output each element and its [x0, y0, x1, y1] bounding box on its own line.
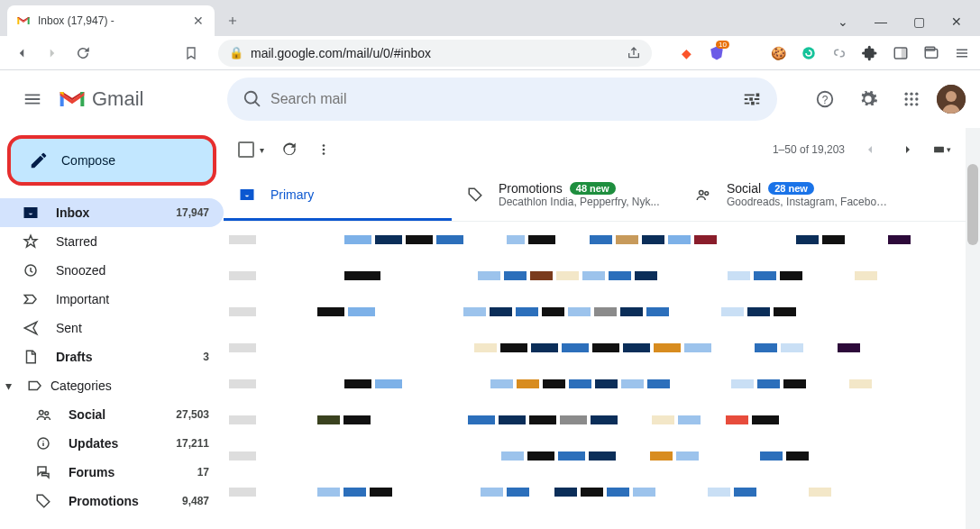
label-icon — [27, 378, 43, 394]
chevron-down-icon[interactable]: ⌄ — [832, 14, 854, 29]
url-text: mail.google.com/mail/u/0/#inbox — [251, 46, 619, 60]
gmail-header: Gmail ? — [0, 70, 980, 128]
tag-icon — [466, 186, 484, 204]
select-dropdown-icon[interactable]: ▾ — [260, 145, 264, 155]
inbox-icon — [238, 186, 256, 204]
pagination-range: 1–50 of 19,203 — [773, 143, 845, 156]
svg-point-22 — [323, 144, 325, 147]
scrollbar-thumb[interactable] — [967, 164, 978, 245]
browser-tab-title: Inbox (17,947) - — [38, 14, 184, 27]
mail-toolbar: ▾ 1–50 of 19,203 ▾ — [224, 128, 966, 171]
svg-point-17 — [946, 91, 957, 102]
sidebar: Compose Inbox 17,947 Starred Snoozed Imp… — [0, 128, 224, 529]
close-tab-icon[interactable]: ✕ — [191, 14, 206, 28]
search-input[interactable] — [270, 91, 734, 107]
browser-menu-icon[interactable] — [953, 44, 971, 62]
sidebar-item-forums[interactable]: Forums 17 — [0, 458, 224, 487]
prev-page-button[interactable] — [857, 137, 883, 162]
compose-button[interactable]: Compose — [7, 135, 216, 186]
brave-icon[interactable]: ◆ — [677, 44, 695, 62]
vertical-scrollbar[interactable] — [966, 128, 980, 529]
tag-icon — [34, 492, 52, 510]
lock-icon: 🔒 — [229, 46, 243, 59]
mail-list[interactable] — [224, 222, 966, 529]
close-window-icon[interactable]: ✕ — [946, 14, 967, 29]
search-icon[interactable] — [234, 81, 270, 117]
svg-point-19 — [40, 411, 44, 415]
input-tools-button[interactable]: ▾ — [933, 141, 951, 159]
next-page-button[interactable] — [895, 137, 920, 162]
apps-button[interactable] — [893, 81, 930, 117]
wallet-icon[interactable] — [922, 44, 940, 62]
mail-row[interactable] — [224, 402, 966, 438]
support-button[interactable]: ? — [807, 81, 843, 117]
account-avatar[interactable] — [937, 85, 966, 114]
svg-rect-25 — [934, 147, 944, 153]
maximize-icon[interactable]: ▢ — [908, 14, 930, 29]
share-icon[interactable] — [627, 46, 641, 60]
svg-point-14 — [910, 103, 912, 105]
mail-row[interactable] — [224, 474, 966, 510]
refresh-button[interactable] — [280, 141, 298, 159]
svg-point-9 — [915, 93, 918, 96]
browser-tab[interactable]: Inbox (17,947) - ✕ — [7, 5, 215, 36]
svg-point-27 — [705, 192, 709, 196]
gmail-favicon — [16, 14, 31, 28]
clock-icon — [22, 261, 40, 279]
search-bar[interactable] — [227, 78, 777, 121]
tab-social[interactable]: Social28 new Goodreads, Instagram, Faceb… — [680, 171, 908, 221]
extensions-icon[interactable] — [861, 44, 879, 62]
svg-point-15 — [915, 103, 918, 105]
sidepanel-icon[interactable] — [892, 44, 910, 62]
more-button[interactable] — [315, 141, 333, 159]
sidebar-item-starred[interactable]: Starred — [0, 227, 224, 256]
compose-label: Compose — [61, 153, 115, 168]
mail-row[interactable] — [224, 222, 966, 258]
sidebar-item-important[interactable]: Important — [0, 285, 224, 314]
shield-icon[interactable]: 10 — [708, 44, 726, 62]
sidebar-item-inbox[interactable]: Inbox 17,947 — [0, 198, 224, 227]
svg-point-13 — [905, 103, 908, 105]
mail-row[interactable] — [224, 366, 966, 402]
svg-point-20 — [45, 412, 49, 415]
sidebar-item-updates[interactable]: Updates 17,211 — [0, 429, 224, 458]
gmail-logo[interactable]: Gmail — [58, 87, 220, 111]
select-all-checkbox[interactable] — [238, 141, 254, 158]
svg-point-26 — [700, 191, 704, 196]
forward-button[interactable] — [40, 41, 65, 66]
window-controls: ⌄ — ▢ ✕ — [832, 14, 980, 36]
svg-text:?: ? — [822, 94, 829, 106]
grammarly-icon[interactable] — [800, 44, 818, 62]
sidebar-item-social[interactable]: Social 27,503 — [0, 400, 224, 429]
mail-row[interactable] — [224, 294, 966, 330]
main-menu-button[interactable] — [14, 81, 50, 117]
url-bar[interactable]: 🔒 mail.google.com/mail/u/0/#inbox — [218, 40, 652, 67]
search-options-icon[interactable] — [734, 81, 770, 117]
bookmark-icon[interactable] — [179, 41, 204, 66]
settings-button[interactable] — [850, 81, 886, 117]
mail-row[interactable] — [224, 438, 966, 474]
sidebar-item-snoozed[interactable]: Snoozed — [0, 256, 224, 285]
browser-tab-strip: Inbox (17,947) - ✕ ⌄ — ▢ ✕ — [0, 0, 980, 36]
caret-down-icon: ▾ — [5, 379, 20, 393]
reload-button[interactable] — [70, 41, 96, 66]
minimize-icon[interactable]: — — [870, 14, 892, 29]
tab-promotions[interactable]: Promotions48 new Decathlon India, Pepper… — [452, 171, 680, 221]
inbox-icon — [22, 204, 40, 222]
link-icon[interactable] — [830, 44, 848, 62]
forum-icon — [34, 463, 52, 481]
tab-primary[interactable]: Primary — [224, 171, 452, 221]
category-tabs: Primary Promotions48 new Decathlon India… — [224, 171, 966, 222]
sidebar-item-promotions[interactable]: Promotions 9,487 — [0, 487, 224, 515]
svg-point-12 — [915, 97, 918, 100]
browser-extension-icons: ◆ 10 🍪 — [668, 44, 971, 62]
new-tab-button[interactable] — [220, 8, 245, 33]
sidebar-item-categories[interactable]: ▾ Categories — [0, 371, 224, 400]
mail-row[interactable] — [224, 258, 966, 294]
cookie-icon[interactable]: 🍪 — [769, 44, 787, 62]
pencil-icon — [29, 150, 49, 170]
back-button[interactable] — [9, 41, 34, 66]
mail-row[interactable] — [224, 330, 966, 366]
sidebar-item-sent[interactable]: Sent — [0, 314, 224, 342]
sidebar-item-drafts[interactable]: Drafts 3 — [0, 342, 224, 371]
